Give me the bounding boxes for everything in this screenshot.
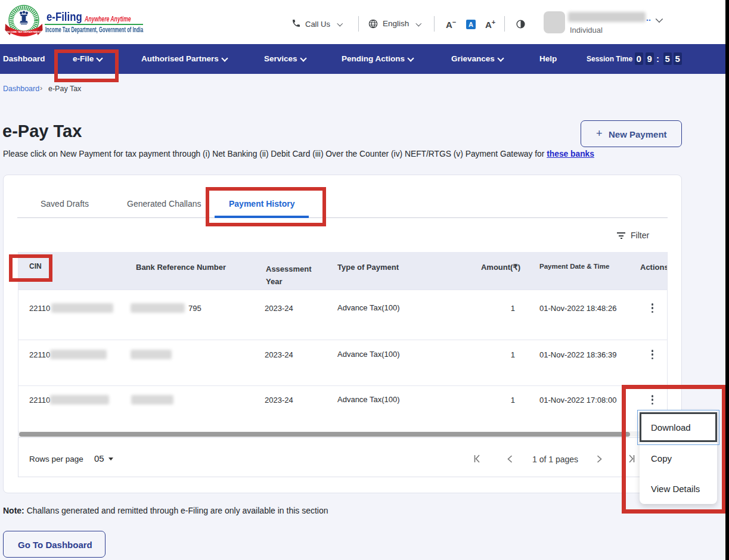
svg-text:INCOME TAX DEPARTMENT: INCOME TAX DEPARTMENT xyxy=(7,30,42,33)
